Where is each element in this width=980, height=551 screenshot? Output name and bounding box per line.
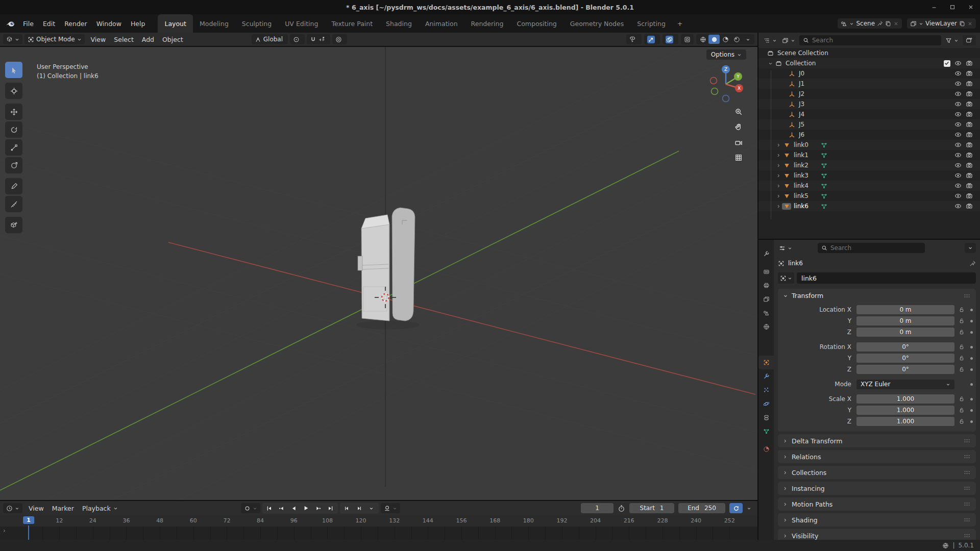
tool-move-button[interactable] bbox=[5, 104, 22, 120]
disable-render-icon[interactable] bbox=[966, 80, 973, 87]
rotation-x-field[interactable]: 0° bbox=[856, 342, 954, 352]
properties-tab-object[interactable] bbox=[758, 356, 774, 369]
hide-viewport-icon[interactable] bbox=[954, 131, 962, 138]
previous-keyframe-button[interactable] bbox=[276, 503, 288, 513]
xray-toggle[interactable] bbox=[681, 34, 694, 44]
panel-visibility[interactable]: Visibility bbox=[778, 529, 976, 540]
properties-tab-particles[interactable] bbox=[758, 383, 774, 397]
disable-render-icon[interactable] bbox=[966, 203, 973, 210]
camera-view-button[interactable] bbox=[732, 136, 745, 149]
location-y-field[interactable]: 0 m bbox=[856, 316, 954, 325]
playhead[interactable]: 1 bbox=[23, 516, 34, 524]
disable-render-icon[interactable] bbox=[966, 90, 973, 97]
animate-dot[interactable] bbox=[970, 368, 973, 371]
animate-dot[interactable] bbox=[970, 331, 973, 334]
outliner-row-j5[interactable]: J5 bbox=[758, 119, 980, 130]
lock-rotation-x[interactable] bbox=[954, 344, 969, 350]
hide-viewport-icon[interactable] bbox=[954, 60, 962, 67]
viewport-menu-view[interactable]: View bbox=[87, 34, 110, 45]
lock-location-x[interactable] bbox=[954, 307, 969, 313]
properties-tab-view-layer[interactable] bbox=[758, 292, 774, 306]
pivot-point-dropdown[interactable] bbox=[290, 34, 305, 44]
lock-scale-x[interactable] bbox=[954, 396, 969, 402]
lock-rotation-y[interactable] bbox=[954, 355, 969, 361]
animate-dot[interactable] bbox=[970, 420, 973, 423]
start-frame-field[interactable]: Start 1 bbox=[629, 503, 674, 513]
properties-tab-constraints[interactable] bbox=[758, 411, 774, 424]
disable-render-icon[interactable] bbox=[966, 141, 973, 148]
tool-annotate-button[interactable] bbox=[5, 178, 22, 194]
properties-options-dropdown[interactable] bbox=[965, 243, 976, 253]
new-viewlayer-icon[interactable] bbox=[959, 20, 965, 27]
animate-dot[interactable] bbox=[970, 383, 973, 386]
scene-selector[interactable]: Scene bbox=[838, 18, 902, 29]
menu-file[interactable]: File bbox=[18, 18, 38, 30]
tab-scripting[interactable]: Scripting bbox=[630, 14, 672, 33]
hide-viewport-icon[interactable] bbox=[954, 90, 962, 97]
stopwatch-icon[interactable] bbox=[618, 505, 625, 512]
row-expand[interactable] bbox=[775, 194, 782, 198]
properties-tab-tool[interactable] bbox=[758, 247, 774, 261]
new-scene-icon[interactable] bbox=[885, 20, 891, 27]
disable-render-icon[interactable] bbox=[966, 111, 973, 118]
tool-select-box-button[interactable] bbox=[5, 62, 22, 78]
shading-rendered-button[interactable] bbox=[731, 35, 742, 44]
object-name-field[interactable] bbox=[797, 272, 976, 284]
navigation-gizmo[interactable]: Z Y X bbox=[704, 63, 747, 106]
tool-transform-button[interactable] bbox=[5, 157, 22, 173]
hide-viewport-icon[interactable] bbox=[954, 111, 962, 118]
lock-scale-z[interactable] bbox=[954, 418, 969, 424]
zoom-button[interactable] bbox=[732, 105, 745, 118]
play-button[interactable] bbox=[300, 503, 312, 513]
panel-collections[interactable]: Collections bbox=[778, 466, 976, 479]
hide-viewport-icon[interactable] bbox=[954, 121, 962, 128]
timeline-menu-view[interactable]: View bbox=[24, 503, 48, 514]
new-collection-button[interactable] bbox=[963, 35, 976, 45]
outliner-row-link1[interactable]: link1 bbox=[758, 150, 980, 160]
timeline-editor-type-button[interactable] bbox=[3, 503, 22, 513]
outliner-row-link6[interactable]: link6 bbox=[758, 201, 980, 211]
shading-dropdown[interactable] bbox=[742, 35, 753, 44]
viewport-menu-select[interactable]: Select bbox=[110, 34, 138, 45]
3d-viewport[interactable]: User Perspective (1) Collection | link6 … bbox=[0, 47, 757, 500]
tab-compositing[interactable]: Compositing bbox=[510, 14, 563, 33]
outliner-display-mode-dropdown[interactable] bbox=[781, 35, 796, 45]
properties-tab-scene[interactable] bbox=[758, 306, 774, 320]
panel-relations[interactable]: Relations bbox=[778, 450, 976, 463]
outliner-row-j1[interactable]: J1 bbox=[758, 79, 980, 89]
properties-tab-render[interactable] bbox=[758, 265, 774, 279]
rotation-z-field[interactable]: 0° bbox=[856, 365, 954, 374]
robot-link-mesh[interactable] bbox=[356, 208, 420, 330]
animate-dot[interactable] bbox=[970, 320, 973, 322]
frame-step-dropdown[interactable] bbox=[365, 503, 378, 513]
orthographic-toggle-button[interactable] bbox=[732, 151, 745, 164]
shading-solid-button[interactable] bbox=[708, 35, 720, 44]
mode-dropdown[interactable]: Object Mode bbox=[24, 34, 85, 44]
pin-icon[interactable] bbox=[969, 260, 976, 267]
hide-viewport-icon[interactable] bbox=[954, 203, 962, 210]
tab-animation[interactable]: Animation bbox=[419, 14, 464, 33]
outliner-filter-dropdown[interactable] bbox=[944, 35, 960, 45]
disable-render-icon[interactable] bbox=[966, 70, 973, 77]
keying-set-controls[interactable] bbox=[241, 503, 260, 513]
menu-help[interactable]: Help bbox=[126, 18, 150, 30]
disable-render-icon[interactable] bbox=[966, 101, 973, 108]
properties-tab-world[interactable] bbox=[758, 320, 774, 334]
options-button[interactable]: Options bbox=[706, 49, 746, 60]
menu-window[interactable]: Window bbox=[92, 18, 126, 30]
minimize-button[interactable] bbox=[925, 0, 943, 14]
timeline-menu-marker[interactable]: Marker bbox=[48, 503, 78, 514]
timeline-menu-playback[interactable]: Playback bbox=[78, 503, 122, 514]
tool-add-cube-button[interactable] bbox=[5, 217, 22, 233]
add-workspace-button[interactable]: + bbox=[672, 14, 688, 33]
disable-render-icon[interactable] bbox=[966, 152, 973, 159]
outliner-row-link2[interactable]: link2 bbox=[758, 160, 980, 170]
row-expand[interactable] bbox=[775, 173, 782, 178]
animate-dot[interactable] bbox=[970, 346, 973, 348]
location-x-field[interactable]: 0 m bbox=[856, 305, 954, 314]
rotation-y-field[interactable]: 0° bbox=[856, 354, 954, 363]
close-button[interactable] bbox=[962, 0, 980, 14]
maximize-button[interactable] bbox=[943, 0, 962, 14]
panel-delta-transform[interactable]: Delta Transform bbox=[778, 434, 976, 447]
panel-shading[interactable]: Shading bbox=[778, 513, 976, 527]
